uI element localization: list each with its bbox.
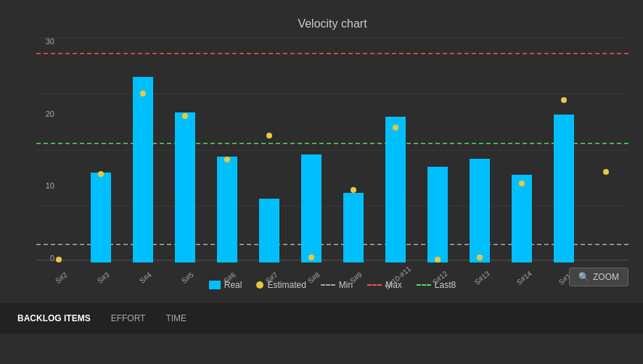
bar-S#12 (427, 167, 448, 262)
bar-item-S#13: S#13 (459, 159, 501, 262)
dot-S#12 (435, 257, 441, 262)
dot-S#4 (140, 91, 146, 96)
bar-item-S#5: S#5 (164, 112, 206, 262)
bar-S#15 (554, 115, 574, 262)
chart-title: Velocity chart (36, 7, 628, 35)
bar-S#10-#11 (385, 117, 406, 262)
legend-real-box (209, 281, 221, 289)
legend-min: Min (321, 280, 353, 290)
bars-area: S#2S#3S#4S#5S#6S#7S#8S#9S#10-#11S#12S#13… (36, 38, 628, 262)
dot-S#13 (477, 255, 483, 260)
bar-item-S#3: S#3 (80, 173, 122, 262)
bar-S#5 (175, 112, 195, 262)
legend-last8-dash (417, 284, 431, 286)
bar-item-S#9: S#9 (332, 193, 374, 262)
bar-item-S#4: S#4 (122, 77, 164, 262)
bar-S#3 (91, 173, 111, 262)
dot-S#2 (56, 257, 62, 262)
dot-S#8 (308, 255, 314, 260)
zoom-button[interactable]: 🔍 ZOOM (569, 268, 628, 286)
bar-item-S#6: S#6 (206, 157, 248, 262)
bar-item-S#14: S#14 (501, 175, 543, 262)
tab-time[interactable]: TIME (155, 309, 197, 328)
legend: Real Estimated Min Max Last8 (36, 280, 628, 290)
bar-S#9 (343, 193, 364, 262)
bar-item-S#7: S#7 (248, 199, 290, 262)
zoom-label: ZOOM (593, 272, 619, 282)
bar-S#8 (301, 154, 322, 262)
dot-S#6 (224, 157, 230, 162)
chart-wrapper: Velocity chart 30 20 10 0 (0, 0, 643, 334)
bar-S#13 (470, 159, 490, 262)
bottom-bar: BACKLOG ITEMS EFFORT TIME (0, 303, 643, 334)
dot-S#15 (561, 97, 567, 103)
legend-estimated-dot (256, 281, 263, 289)
bar-S#7 (259, 199, 279, 262)
chart-container: Velocity chart 30 20 10 0 (0, 0, 643, 334)
bar-S#4 (133, 77, 153, 262)
bar-S#14 (512, 175, 532, 262)
dot-S#14 (519, 181, 525, 186)
zoom-icon: 🔍 (578, 272, 589, 282)
bars-group: S#2S#3S#4S#5S#6S#7S#8S#9S#10-#11S#12S#13… (36, 38, 628, 262)
bar-item-S#15: S#15 (543, 115, 585, 262)
tab-effort[interactable]: EFFORT (101, 309, 156, 328)
dot-S#7 (266, 133, 272, 138)
legend-estimated: Estimated (256, 280, 306, 290)
dot-S#10-#11 (393, 125, 398, 131)
bar-item-S#8: S#8 (290, 154, 332, 262)
legend-min-dash (321, 284, 335, 286)
bar-S#6 (217, 157, 237, 262)
legend-max-dash (367, 284, 382, 286)
bar-item-S#12: S#12 (417, 167, 459, 262)
dot-S#16 (603, 169, 609, 175)
bar-item-S#10-#11: S#10-#11 (374, 117, 417, 262)
dot-S#9 (351, 187, 356, 193)
tab-backlog-items[interactable]: BACKLOG ITEMS (7, 309, 101, 328)
dot-S#5 (182, 113, 188, 119)
dot-S#3 (98, 171, 104, 177)
